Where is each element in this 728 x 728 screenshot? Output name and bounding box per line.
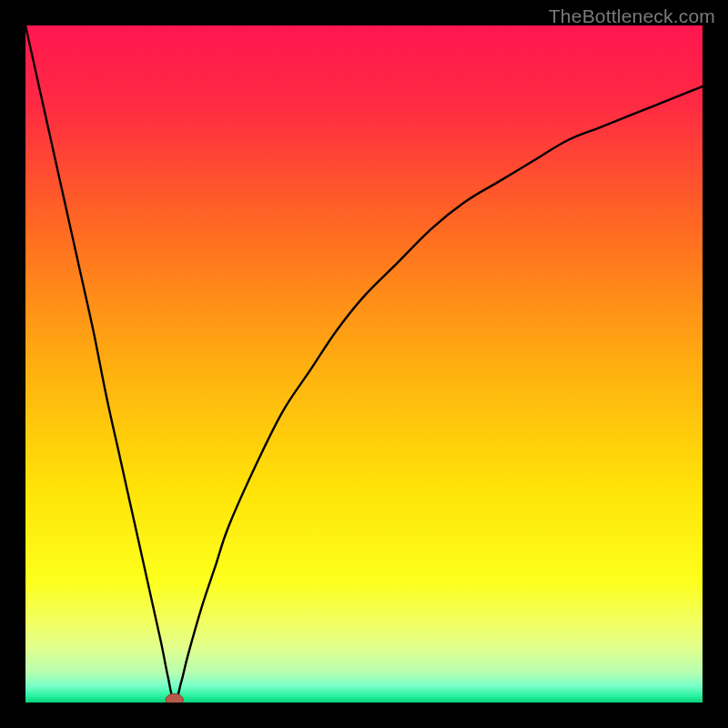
plot-area xyxy=(25,25,703,703)
watermark-text: TheBottleneck.com xyxy=(549,5,715,27)
chart-svg xyxy=(25,25,703,703)
chart-frame: TheBottleneck.com xyxy=(0,0,728,728)
minimum-marker xyxy=(166,693,183,703)
